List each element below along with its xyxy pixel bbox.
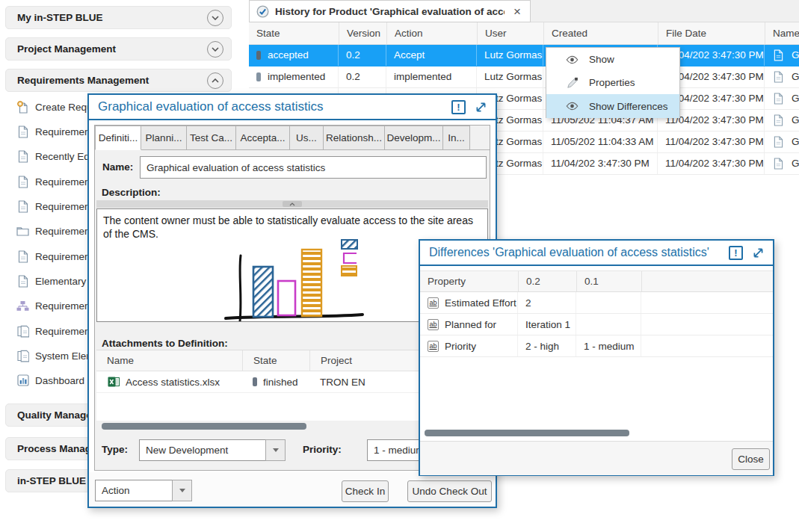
history-window-title: History for Product 'Graphical evaluatio…	[275, 6, 505, 17]
column-header-user[interactable]: User	[477, 22, 543, 44]
horizontal-scrollbar[interactable]	[425, 430, 629, 436]
tab-relationships[interactable]: Relationsh...	[324, 126, 385, 150]
document-icon	[16, 200, 29, 213]
sidebar-item-label: Requirement	[35, 126, 93, 137]
column-header-state[interactable]: State	[249, 22, 339, 44]
menu-item-properties[interactable]: Properties	[546, 71, 679, 94]
sidebar-item-requirements[interactable]: Requirement	[16, 199, 93, 214]
column-header-blank	[641, 271, 767, 291]
expand-icon[interactable]	[750, 245, 765, 260]
description-label: Description:	[102, 187, 161, 198]
close-button[interactable]: Close	[732, 448, 770, 470]
sidebar-item-dashboard[interactable]: Dashboard	[16, 373, 84, 388]
excel-file-icon	[107, 376, 120, 389]
documents-icon	[16, 350, 29, 362]
name-input[interactable]: Graphical evaluation of access statistic…	[140, 156, 487, 179]
sidebar-item-requirements[interactable]: Requirement	[16, 124, 93, 139]
tab-definition[interactable]: Definiti...	[95, 126, 141, 150]
new-document-icon	[16, 101, 29, 114]
column-header-state[interactable]: State	[242, 350, 309, 371]
table-row[interactable]: accepted 0.2 Accept Lutz Gormas 11/04/20…	[249, 45, 799, 66]
history-window-title-tab[interactable]: History for Product 'Graphical evaluatio…	[249, 0, 531, 22]
column-header-name[interactable]: Name	[765, 22, 799, 44]
sidebar-item-label: Create Requi	[35, 102, 95, 113]
chevron-down-icon[interactable]	[207, 41, 223, 58]
table-row[interactable]: abPriority 2 - high 1 - medium	[420, 335, 773, 357]
sidebar-item-label: System Elem	[35, 350, 95, 362]
table-row[interactable]: implemented 0.2 implemented Lutz Gormas …	[249, 66, 799, 88]
sidebar-group-my-instep-blue[interactable]: My in-STEP BLUE	[5, 6, 232, 29]
menu-item-show-differences[interactable]: Show Differences	[546, 94, 679, 118]
column-header-action[interactable]: Action	[386, 22, 477, 44]
menu-item-show[interactable]: Show	[546, 48, 679, 71]
check-in-button[interactable]: Check In	[342, 480, 389, 502]
collapse-chevron-icon[interactable]	[283, 201, 302, 207]
chevron-down-icon[interactable]	[207, 10, 223, 26]
sidebar-group-label: Project Management	[17, 43, 207, 55]
document-icon	[772, 158, 785, 170]
description-splitter[interactable]	[96, 200, 488, 208]
table-row[interactable]: abEstimated Effort 2	[420, 292, 773, 314]
document-icon	[772, 71, 785, 84]
text-property-icon: ab	[428, 341, 439, 352]
sidebar-group-project-management[interactable]: Project Management	[5, 37, 232, 61]
folder-icon	[16, 225, 29, 238]
documents-icon	[16, 325, 29, 338]
sidebar-item-requirements[interactable]: Requirement	[16, 174, 93, 189]
sidebar-group-requirements-management[interactable]: Requirements Management	[5, 69, 232, 92]
tab-planning[interactable]: Planni...	[141, 126, 187, 150]
sidebar-item-requirements-documents[interactable]: Requirement	[16, 324, 93, 338]
table-row[interactable]: abPlanned for Iteration 1	[420, 314, 773, 335]
sidebar-item-label: Requirement	[35, 300, 93, 312]
description-sketch	[194, 230, 411, 321]
sidebar-item-requirements-hierarchy[interactable]: Requirement	[16, 298, 93, 313]
sidebar-item-system-elements[interactable]: System Elem	[16, 348, 95, 363]
column-header-v02[interactable]: 0.2	[518, 271, 576, 291]
differences-dialog-titlebar[interactable]: Differences 'Graphical evaluation of acc…	[420, 241, 773, 266]
column-header-property[interactable]: Property	[420, 271, 518, 291]
type-select-arrow[interactable]	[265, 439, 286, 461]
undo-check-out-button[interactable]: Undo Check Out	[407, 480, 492, 502]
state-flag-icon	[256, 72, 261, 81]
tab-development[interactable]: Developm...	[385, 126, 443, 150]
sidebar-item-label: Recently Edit	[35, 151, 95, 162]
tab-usage[interactable]: Us...	[290, 126, 324, 150]
sidebar-item-label: Requirement	[35, 201, 93, 212]
column-header-file-date[interactable]: File Date	[658, 22, 765, 44]
action-select[interactable]: Action	[95, 480, 173, 501]
sidebar-item-requirements-folder[interactable]: Requirement	[16, 223, 93, 238]
sidebar-group-label: Requirements Management	[17, 75, 207, 86]
close-icon[interactable]: ×	[510, 5, 524, 18]
menu-item-label: Show Differences	[589, 101, 668, 112]
sidebar-item-requirements[interactable]: Requirement	[16, 249, 93, 264]
name-label: Name:	[102, 161, 133, 173]
type-select[interactable]: New Development	[139, 439, 266, 461]
tab-acceptance[interactable]: Accepta...	[236, 126, 290, 150]
horizontal-scrollbar[interactable]	[102, 423, 306, 430]
priority-label: Priority:	[303, 444, 342, 455]
document-icon	[772, 136, 785, 149]
sidebar-item-create-requirement[interactable]: Create Requi	[16, 99, 95, 114]
text-property-icon: ab	[428, 297, 439, 309]
sidebar-item-label: Requirement	[35, 176, 93, 188]
document-icon	[772, 114, 785, 127]
column-header-created[interactable]: Created	[543, 22, 658, 44]
tab-information[interactable]: In...	[443, 126, 470, 150]
differences-dialog-footer: Close	[420, 441, 773, 475]
sidebar-item-elementary-requirements[interactable]: Elementary R	[16, 273, 96, 288]
alert-icon[interactable]: !	[451, 100, 466, 114]
bar-chart-icon	[16, 374, 29, 387]
tab-strip: Definiti... Planni... Test Ca... Accepta…	[95, 126, 490, 150]
column-header-name[interactable]: Name	[96, 350, 242, 371]
sidebar-item-label: Requirement	[35, 326, 93, 337]
column-header-v01[interactable]: 0.1	[576, 271, 641, 291]
state-flag-icon	[256, 51, 261, 60]
product-dialog-titlebar[interactable]: Graphical evaluation of access statistic…	[89, 95, 496, 120]
chevron-up-icon[interactable]	[207, 72, 223, 89]
tab-test-cases[interactable]: Test Ca...	[187, 126, 236, 150]
expand-icon[interactable]	[473, 99, 488, 114]
sidebar-item-recently-edited[interactable]: Recently Edit	[16, 149, 95, 164]
column-header-version[interactable]: Version	[339, 22, 386, 44]
action-select-arrow[interactable]	[172, 480, 192, 501]
alert-icon[interactable]: !	[729, 246, 743, 260]
